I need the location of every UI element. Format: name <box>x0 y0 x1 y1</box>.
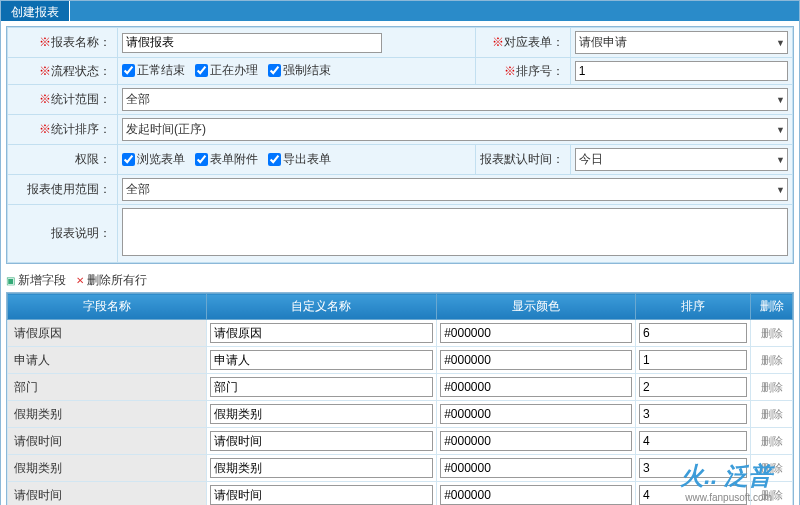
flow-state-label: 正在办理 <box>210 62 258 79</box>
permission-label: 浏览表单 <box>137 151 185 168</box>
delete-row-button[interactable]: 删除 <box>761 489 783 501</box>
delete-row-button[interactable]: 删除 <box>761 327 783 339</box>
flow-state-checkbox[interactable] <box>122 64 135 77</box>
color-input[interactable] <box>440 350 632 370</box>
label-report-name: ※报表名称： <box>8 28 118 58</box>
alias-input[interactable] <box>210 377 433 397</box>
order-cell <box>635 401 750 428</box>
cell-default-time: 今日 ▼ <box>570 145 792 175</box>
target-form-select[interactable]: 请假申请 ▼ <box>575 31 788 54</box>
color-cell <box>437 320 636 347</box>
default-time-select[interactable]: 今日 ▼ <box>575 148 788 171</box>
field-name-cell: 申请人 <box>8 347 207 374</box>
chevron-down-icon: ▼ <box>776 95 785 105</box>
flow-state-checkbox[interactable] <box>268 64 281 77</box>
label-sort-no: ※排序号： <box>475 58 570 85</box>
alias-cell <box>206 347 436 374</box>
label-use-scope: 报表使用范围： <box>8 175 118 205</box>
cell-permission: 浏览表单表单附件导出表单 <box>118 145 476 175</box>
alias-input[interactable] <box>210 485 433 505</box>
delete-cell: 删除 <box>751 320 793 347</box>
title-bar: 创建报表 <box>1 1 799 21</box>
alias-cell <box>206 428 436 455</box>
sort-no-input[interactable] <box>575 61 788 81</box>
chevron-down-icon: ▼ <box>776 125 785 135</box>
remark-textarea[interactable] <box>122 208 788 256</box>
use-scope-value: 全部 <box>126 182 150 196</box>
color-cell <box>437 347 636 374</box>
actions-bar: 新增字段 删除所有行 <box>1 269 799 292</box>
cell-target-form: 请假申请 ▼ <box>570 28 792 58</box>
report-name-input[interactable] <box>122 33 382 53</box>
permission-checkbox[interactable] <box>195 153 208 166</box>
cell-sort-no <box>570 58 792 85</box>
order-input[interactable] <box>639 350 747 370</box>
delete-cell: 删除 <box>751 401 793 428</box>
table-row: 申请人删除 <box>8 347 793 374</box>
flow-state-option[interactable]: 正常结束 <box>122 62 185 79</box>
form-area: ※报表名称： ※对应表单： 请假申请 ▼ ※流程状态： 正常结束正在办理强制结束 <box>6 26 794 264</box>
delete-row-button[interactable]: 删除 <box>761 354 783 366</box>
delete-row-button[interactable]: 删除 <box>761 381 783 393</box>
permission-option[interactable]: 导出表单 <box>268 151 331 168</box>
label-remark: 报表说明： <box>8 205 118 263</box>
label-permission: 权限： <box>8 145 118 175</box>
cell-use-scope: 全部 ▼ <box>118 175 793 205</box>
color-cell <box>437 401 636 428</box>
order-input[interactable] <box>639 458 747 478</box>
color-input[interactable] <box>440 431 632 451</box>
flow-state-checkbox[interactable] <box>195 64 208 77</box>
color-input[interactable] <box>440 377 632 397</box>
color-input[interactable] <box>440 404 632 424</box>
delete-row-button[interactable]: 删除 <box>761 435 783 447</box>
alias-input[interactable] <box>210 350 433 370</box>
color-input[interactable] <box>440 323 632 343</box>
order-input[interactable] <box>639 431 747 451</box>
delete-cell: 删除 <box>751 347 793 374</box>
table-row: 部门删除 <box>8 374 793 401</box>
field-grid: 字段名称 自定义名称 显示颜色 排序 删除 请假原因删除申请人删除部门删除假期类… <box>7 293 793 505</box>
use-scope-select[interactable]: 全部 ▼ <box>122 178 788 201</box>
stat-scope-value: 全部 <box>126 92 150 106</box>
add-field-button[interactable]: 新增字段 <box>6 272 66 289</box>
alias-input[interactable] <box>210 323 433 343</box>
delete-row-button[interactable]: 删除 <box>761 408 783 420</box>
stat-order-select[interactable]: 发起时间(正序) ▼ <box>122 118 788 141</box>
stat-scope-select[interactable]: 全部 ▼ <box>122 88 788 111</box>
field-name-cell: 假期类别 <box>8 401 207 428</box>
permission-checkbox[interactable] <box>122 153 135 166</box>
order-input[interactable] <box>639 404 747 424</box>
color-input[interactable] <box>440 485 632 505</box>
alias-cell <box>206 374 436 401</box>
permission-option[interactable]: 浏览表单 <box>122 151 185 168</box>
order-input[interactable] <box>639 485 747 505</box>
alias-cell <box>206 320 436 347</box>
color-cell <box>437 374 636 401</box>
delete-all-rows-button[interactable]: 删除所有行 <box>76 272 147 289</box>
table-row: 请假时间删除 <box>8 428 793 455</box>
alias-input[interactable] <box>210 404 433 424</box>
flow-state-option[interactable]: 正在办理 <box>195 62 258 79</box>
chevron-down-icon: ▼ <box>776 38 785 48</box>
flow-state-option[interactable]: 强制结束 <box>268 62 331 79</box>
permission-checkbox[interactable] <box>268 153 281 166</box>
color-input[interactable] <box>440 458 632 478</box>
flow-state-label: 强制结束 <box>283 62 331 79</box>
cell-stat-scope: 全部 ▼ <box>118 85 793 115</box>
permission-option[interactable]: 表单附件 <box>195 151 258 168</box>
table-row: 假期类别删除 <box>8 401 793 428</box>
delete-row-button[interactable]: 删除 <box>761 462 783 474</box>
alias-input[interactable] <box>210 458 433 478</box>
label-stat-scope: ※统计范围： <box>8 85 118 115</box>
table-row: 请假原因删除 <box>8 320 793 347</box>
alias-cell <box>206 401 436 428</box>
alias-input[interactable] <box>210 431 433 451</box>
label-target-form: ※对应表单： <box>475 28 570 58</box>
permission-label: 表单附件 <box>210 151 258 168</box>
color-cell <box>437 455 636 482</box>
stat-order-value: 发起时间(正序) <box>126 122 206 136</box>
order-input[interactable] <box>639 377 747 397</box>
title-tab[interactable]: 创建报表 <box>1 1 70 21</box>
cell-remark <box>118 205 793 263</box>
order-input[interactable] <box>639 323 747 343</box>
